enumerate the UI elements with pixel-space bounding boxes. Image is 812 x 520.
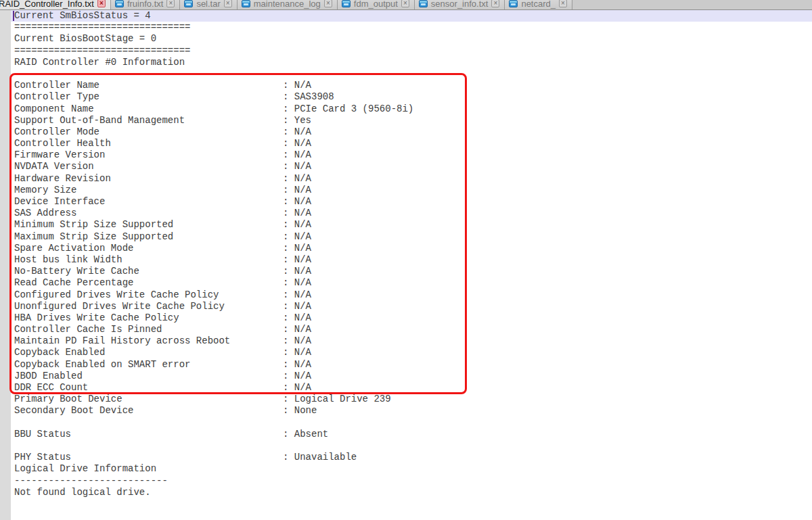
tab-label: sensor_info.txt [431,0,489,9]
field-label: HBA Drives Write Cache Policy [14,312,283,324]
editor-line[interactable]: Maximum Strip Size Supported: N/A [11,231,812,243]
editor-line[interactable]: Current SmBiosStatus = 4 [11,10,812,22]
editor-line[interactable]: Copyback Enabled on SMART error: N/A [11,359,812,371]
editor-line[interactable]: Component Name: PCIe Card 3 (9560-8i) [11,103,812,115]
editor-line[interactable]: Controller Type: SAS3908 [11,91,812,103]
close-tab-icon[interactable]: × [401,0,409,7]
field-label: Minimum Strip Size Supported [14,219,283,231]
editor-line[interactable]: Controller Cache Is Pinned: N/A [11,324,812,335]
tab-sel-tar[interactable]: sel.tar × [180,0,237,10]
field-label: Component Name [14,103,283,115]
tab-maintenance-log[interactable]: maintenance_log × [238,0,338,10]
editor-line[interactable]: Logical Drive Information [11,463,812,475]
tab-fruinfo-txt[interactable]: fruinfo.txt × [111,0,180,10]
field-label: Hardware Revision [14,173,283,185]
field-value: : Absent [283,429,328,440]
editor-line[interactable]: No-Battery Write Cache: N/A [11,266,812,277]
tab-label: maintenance_log [254,0,321,9]
tab-fdm-output[interactable]: fdm_output × [338,0,415,10]
field-label: Configured Drives Write Cache Policy [14,289,283,301]
editor-line[interactable]: Firmware Version: N/A [11,149,812,161]
field-value: : N/A [283,126,311,137]
field-value: : N/A [283,138,311,149]
tab-label: fruinfo.txt [127,0,163,9]
tab-label: fdm_output [354,0,398,9]
field-label: Controller Cache Is Pinned [14,324,283,335]
field-value: : N/A [283,312,311,323]
editor-line[interactable]: HBA Drives Write Cache Policy: N/A [11,312,812,324]
editor-line[interactable]: Read Cache Percentage: N/A [11,277,812,289]
editor-line[interactable]: Maintain PD Fail History across Reboot: … [11,335,812,347]
field-value: : N/A [283,219,311,230]
editor-line[interactable]: NVDATA Version: N/A [11,161,812,172]
editor-line[interactable]: DDR ECC Count: N/A [11,382,812,394]
editor-line[interactable] [11,440,812,452]
editor-line[interactable]: Device Interface: N/A [11,196,812,208]
editor-line[interactable] [11,417,812,429]
saved-file-icon [115,0,124,7]
field-label: Secondary Boot Device [14,405,283,417]
line-text: Logical Drive Information [14,463,156,474]
field-value: : N/A [283,347,311,358]
field-label: Maximum Strip Size Supported [14,231,283,243]
editor-line[interactable]: RAID Controller #0 Information [11,57,812,68]
editor-line[interactable]: Configured Drives Write Cache Policy: N/… [11,289,812,301]
field-label: Primary Boot Device [14,394,283,405]
editor-line[interactable]: BBU Status: Absent [11,429,812,440]
editor-line[interactable]: Controller Name: N/A [11,80,812,91]
field-value: : PCIe Card 3 (9560-8i) [283,103,413,114]
field-value: : N/A [283,277,311,288]
field-value: : N/A [283,161,311,172]
editor-line[interactable] [11,68,812,80]
field-value: : N/A [283,301,311,312]
tab-netcard-[interactable]: netcard_ × [505,0,572,10]
editor-line[interactable]: SAS Address: N/A [11,208,812,219]
field-label: Firmware Version [14,149,283,161]
editor-line[interactable]: Unonfigured Drives Write Cache Policy: N… [11,301,812,312]
tab-sensor-info-txt[interactable]: sensor_info.txt × [415,0,505,10]
close-tab-icon[interactable]: × [491,0,499,7]
tab-raid-controller-info-txt[interactable]: RAID_Controller_Info.txt × [0,0,111,10]
editor-line[interactable]: --------------------------- [11,475,812,487]
field-label: PHY Status [14,452,283,463]
editor-line[interactable]: Minimum Strip Size Supported: N/A [11,219,812,231]
editor-line[interactable]: Copyback Enabled: N/A [11,347,812,358]
field-value: : N/A [283,289,311,300]
editor-line[interactable]: Secondary Boot Device: None [11,405,812,417]
editor-line[interactable]: Host bus link Width: N/A [11,254,812,266]
editor-line[interactable]: PHY Status: Unavailable [11,452,812,463]
text-editor-content: Current SmBiosStatus = 4================… [11,10,812,520]
close-tab-icon[interactable]: × [166,0,175,7]
field-value: : N/A [283,335,311,346]
editor-line[interactable]: Current BiosBootStage = 0 [11,33,812,45]
close-tab-icon[interactable]: × [559,0,567,7]
field-label: No-Battery Write Cache [14,266,283,277]
field-value: : Logical Drive 239 [283,394,391,404]
line-text: Current BiosBootStage = 0 [14,33,156,44]
editor-line[interactable]: Controller Mode: N/A [11,126,812,138]
field-label: Memory Size [14,185,283,196]
line-text [14,417,20,428]
editor-line[interactable]: Support Out-of-Band Management: Yes [11,115,812,126]
field-value: : N/A [283,254,311,265]
field-label: Read Cache Percentage [14,277,283,289]
field-value: : N/A [283,196,311,207]
editor-line[interactable]: JBOD Enabled: N/A [11,371,812,382]
editor-gutter [0,10,11,520]
close-tab-icon[interactable]: × [97,0,106,7]
editor-line[interactable]: Controller Health: N/A [11,138,812,149]
editor-line[interactable]: Not found logical drive. [11,487,812,498]
close-tab-icon[interactable]: × [224,0,232,7]
saved-file-icon [242,0,250,7]
editor-line[interactable]: Spare Activation Mode: N/A [11,243,812,254]
field-label: BBU Status [14,429,283,440]
editor-line[interactable]: Hardware Revision: N/A [11,173,812,185]
field-label: Controller Name [14,80,283,91]
editor-line[interactable]: =============================== [11,22,812,33]
saved-file-icon [342,0,351,7]
editor-line[interactable]: =============================== [11,45,812,57]
field-label: JBOD Enabled [14,371,283,382]
editor-line[interactable]: Primary Boot Device: Logical Drive 239 [11,394,812,405]
editor-line[interactable]: Memory Size: N/A [11,185,812,196]
close-tab-icon[interactable]: × [324,0,332,7]
